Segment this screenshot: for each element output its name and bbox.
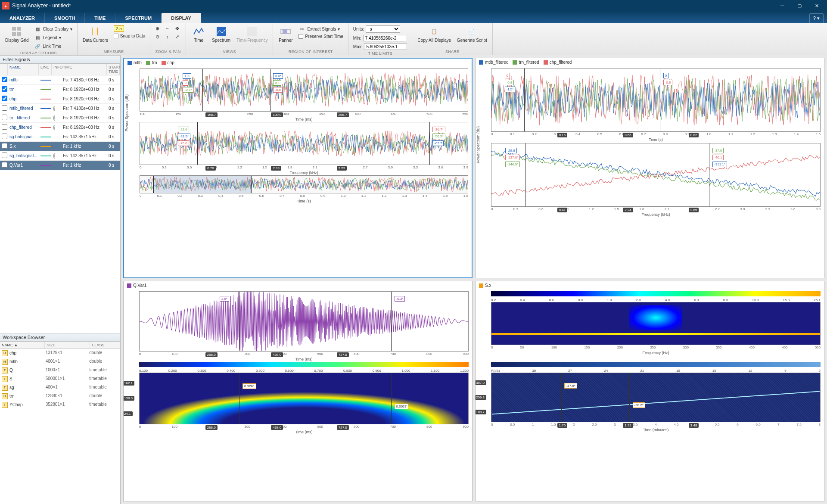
zoom-x-icon[interactable]: ↔ bbox=[164, 25, 171, 32]
help-button[interactable]: ? ▾ bbox=[809, 13, 824, 23]
data-cursor[interactable] bbox=[391, 292, 392, 351]
tab-time[interactable]: TIME bbox=[85, 13, 115, 23]
svg-rect-9 bbox=[283, 29, 287, 34]
data-cursor[interactable] bbox=[202, 69, 203, 111]
snap-to-data-checkbox[interactable]: Snap to Data bbox=[112, 33, 146, 39]
fit-icon[interactable]: ⤢ bbox=[174, 33, 180, 40]
signal-table: NAMELINEINFOTIMESTART TIME mtlb Fs: 7.41… bbox=[0, 64, 120, 170]
data-cursor[interactable] bbox=[525, 143, 525, 206]
maximize-button[interactable]: ▢ bbox=[791, 0, 808, 11]
generate-script-button[interactable]: 📄Generate Script bbox=[455, 25, 489, 44]
cursor-value-tag: -37.6 bbox=[712, 148, 724, 153]
info-icon[interactable]: i bbox=[53, 153, 55, 159]
cursor-value-tag: -28.5* bbox=[178, 134, 190, 139]
data-cursor[interactable] bbox=[709, 143, 709, 206]
tab-display[interactable]: DISPLAY bbox=[162, 13, 201, 23]
cursor-value-tag: -37.5* bbox=[564, 383, 577, 389]
signal-row[interactable]: chp Fs: 8.1920e+03 Hz 0 s bbox=[0, 94, 120, 104]
signal-row[interactable]: chp_filtered i Fs: 8.1920e+03 Hz 0 s bbox=[0, 123, 120, 132]
workspace-row[interactable]: Tsg400×1timetable bbox=[0, 383, 120, 392]
svg-rect-2 bbox=[12, 32, 16, 36]
cursor-x-marker: 0.16 bbox=[557, 133, 568, 137]
copy-displays-button[interactable]: 📋Copy All Displays bbox=[416, 25, 452, 44]
pan-icon[interactable]: ✥ bbox=[174, 25, 180, 32]
line-color-icon bbox=[40, 165, 51, 166]
workspace-row[interactable]: TS500001×1timetable bbox=[0, 375, 120, 383]
cursor-x-marker: 0.41 bbox=[557, 208, 568, 212]
data-cursor[interactable] bbox=[391, 373, 392, 424]
legend-button[interactable]: ▤Legend ▾ bbox=[33, 34, 73, 41]
spectrum-icon bbox=[216, 26, 227, 37]
signal-row[interactable]: trn_filtered i Fs: 8.1920e+03 Hz 0 s bbox=[0, 113, 120, 123]
signal-row[interactable]: trn Fs: 8.1920e+03 Hz 0 s bbox=[0, 85, 120, 94]
signal-checkbox[interactable] bbox=[2, 77, 7, 82]
data-cursor[interactable] bbox=[239, 292, 239, 351]
info-icon[interactable]: i bbox=[53, 125, 55, 130]
preserve-start-checkbox[interactable]: Preserve Start Time bbox=[297, 34, 344, 39]
minimize-button[interactable]: ─ bbox=[774, 0, 791, 11]
data-cursor[interactable] bbox=[629, 373, 630, 422]
data-cursor[interactable] bbox=[429, 122, 430, 165]
signal-row[interactable]: Q.Var1 Fs: 1 kHz 0 s bbox=[0, 161, 120, 170]
signal-checkbox[interactable] bbox=[2, 134, 7, 139]
close-button[interactable]: ✕ bbox=[808, 0, 825, 11]
workspace-browser-header[interactable]: Workspace Browser bbox=[0, 333, 120, 342]
data-cursor[interactable] bbox=[270, 69, 270, 111]
display-grid-button[interactable]: Display Grid bbox=[3, 25, 30, 44]
panner-button[interactable]: Panner bbox=[277, 25, 295, 44]
workspace-row[interactable]: Hchp13129×1double bbox=[0, 349, 120, 358]
svg-rect-7 bbox=[247, 27, 257, 36]
max-input[interactable] bbox=[364, 44, 407, 50]
min-input[interactable] bbox=[363, 35, 406, 41]
zoom-out-icon[interactable]: ⊖ bbox=[154, 33, 161, 40]
workspace-row[interactable]: Htrn12880×1double bbox=[0, 392, 120, 401]
legend-item: mtlb bbox=[127, 60, 142, 65]
cursor-value-tag: -38.2* bbox=[633, 402, 645, 408]
display-panel-2[interactable]: mtlb_filteredtrn_filteredchp_filtered 0-… bbox=[475, 58, 824, 278]
variable-icon: T bbox=[2, 385, 8, 391]
display-panel-4[interactable]: S.x 0.20.40.60.81.02.04.06.08.010.015.82… bbox=[475, 281, 824, 501]
info-icon[interactable]: i bbox=[53, 106, 55, 111]
clear-display-button[interactable]: ▦Clear Display ▾ bbox=[33, 25, 73, 33]
units-select[interactable]: s bbox=[366, 25, 400, 33]
link-time-button[interactable]: 🔗Link Time bbox=[33, 42, 73, 50]
signal-checkbox[interactable] bbox=[2, 105, 7, 111]
time-view-button[interactable]: Time bbox=[190, 25, 208, 44]
tab-smooth[interactable]: SMOOTH bbox=[45, 13, 85, 23]
signal-row[interactable]: sg_batsignal... i Fs: 142.8571 kHz 0 s bbox=[0, 151, 120, 161]
signal-name: S.x bbox=[8, 143, 39, 149]
workspace-row[interactable]: TYChirp352801×1timetable bbox=[0, 401, 120, 409]
spectrum-view-button[interactable]: Spectrum bbox=[210, 25, 232, 44]
signal-row[interactable]: sg.batsignal Fs: 142.8571 kHz 0 s bbox=[0, 132, 120, 142]
cursor-value-input[interactable]: 2.5 bbox=[112, 25, 146, 32]
info-icon[interactable]: i bbox=[53, 115, 55, 121]
data-cursors-button[interactable]: Data Cursors bbox=[81, 25, 110, 44]
workspace-row[interactable]: Hmtlb4001×1double bbox=[0, 358, 120, 366]
extract-signals-button[interactable]: ✂Extract Signals ▾ bbox=[297, 25, 344, 33]
data-cursor[interactable] bbox=[561, 373, 562, 422]
signal-checkbox[interactable] bbox=[2, 162, 7, 168]
display-panel-3[interactable]: Q.Var1 1.6*-0.3*288.0439.0727.0 01002003… bbox=[123, 281, 473, 501]
signal-checkbox[interactable] bbox=[2, 152, 7, 158]
signal-checkbox[interactable] bbox=[2, 143, 7, 149]
signal-checkbox[interactable] bbox=[2, 115, 7, 120]
tab-spectrum[interactable]: SPECTRUM bbox=[115, 13, 162, 23]
display-panel-1[interactable]: mtlbtrnchp 1.30-0.7*0.4*0.1-0.6166.7100.… bbox=[123, 58, 473, 278]
zoom-in-icon[interactable]: ⊕ bbox=[154, 25, 161, 32]
signal-row[interactable]: mtlb_filtered i Fs: 7.4180e+03 Hz 0 s bbox=[0, 104, 120, 113]
signal-checkbox[interactable] bbox=[2, 124, 7, 130]
data-cursor[interactable] bbox=[660, 68, 660, 131]
data-cursor[interactable] bbox=[524, 68, 525, 131]
cursor-x-marker: 0.66 bbox=[623, 133, 633, 137]
signal-row[interactable]: S.x Fs: 1 kHz 0 s bbox=[0, 142, 120, 151]
zoom-y-icon[interactable]: ↕ bbox=[164, 33, 171, 40]
tab-analyzer[interactable]: ANALYZER bbox=[0, 13, 45, 23]
data-cursor[interactable] bbox=[239, 373, 239, 424]
data-cursor[interactable] bbox=[197, 122, 198, 165]
signal-row[interactable]: mtlb Fs: 7.4180e+03 Hz 0 s bbox=[0, 75, 120, 85]
signal-checkbox[interactable] bbox=[2, 86, 7, 92]
workspace-row[interactable]: TQ1000×1timetable bbox=[0, 366, 120, 375]
panner-window[interactable] bbox=[153, 176, 251, 193]
filter-signals-header[interactable]: Filter Signals bbox=[0, 55, 120, 64]
signal-checkbox[interactable] bbox=[2, 96, 7, 101]
